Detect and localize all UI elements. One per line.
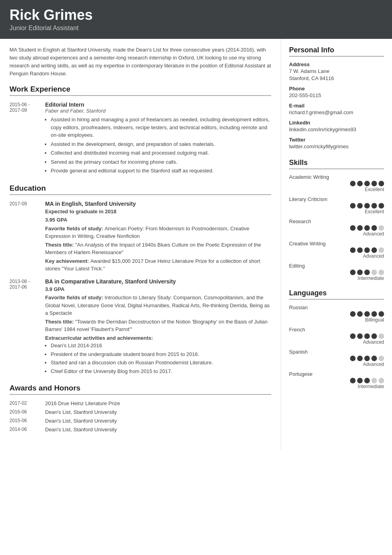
- awards-heading: Awards and Honors: [10, 384, 271, 395]
- languages-section: Languages RussianBillingualFrenchAdvance…: [289, 289, 384, 389]
- dots-container: [289, 225, 384, 231]
- work-experience-section: Work Experience 2015-06 - 2017-09Editori…: [10, 85, 271, 176]
- dot-filled: [364, 247, 370, 253]
- twitter-label: Twitter: [289, 137, 384, 143]
- phone-label: Phone: [289, 86, 384, 92]
- skill-item: FrenchAdvanced: [289, 327, 384, 345]
- skill-level: Intermediate: [289, 276, 384, 281]
- dot-filled: [364, 311, 370, 317]
- exp-content: Editorial InternFaber and Faber, Stanfor…: [45, 101, 271, 176]
- list-item: Served as the primary contact for incomi…: [51, 158, 271, 166]
- twitter-value: twitter.com/rickyfillygrimes: [289, 143, 384, 151]
- skill-item: ResearchAdvanced: [289, 218, 384, 237]
- dots-container: [289, 247, 384, 253]
- skill-item: SpanishAdvanced: [289, 349, 384, 367]
- dots-container: [289, 356, 384, 361]
- list-item: Assisted in hiring and managing a pool o…: [51, 116, 271, 139]
- award-row: 2016-06Dean's List, Stanford University: [10, 409, 271, 415]
- personal-info-section: Personal Info Address 7 W. Adams LaneSta…: [289, 46, 384, 151]
- languages-list: RussianBillingualFrenchAdvancedSpanishAd…: [289, 304, 384, 389]
- skill-name: Editing: [289, 263, 384, 269]
- skill-item: Creative WritingAdvanced: [289, 241, 384, 259]
- dot-filled: [364, 378, 370, 383]
- candidate-name: Rick Grimes: [10, 7, 382, 23]
- award-name: Dean's List, Stanford University: [45, 418, 117, 424]
- skill-level: Advanced: [289, 339, 384, 345]
- skill-level: Excellent: [289, 187, 384, 192]
- dot-filled: [350, 333, 356, 339]
- work-experience-heading: Work Experience: [10, 85, 271, 96]
- dot-filled: [357, 225, 363, 231]
- dot-empty: [379, 247, 384, 253]
- address-label: Address: [289, 61, 384, 67]
- skill-name: Russian: [289, 304, 384, 310]
- personal-info-heading: Personal Info: [289, 46, 384, 57]
- edu-detail: Key achievement: Awarded $15,000 2017 Dr…: [45, 257, 271, 273]
- award-date: 2016-06: [10, 409, 45, 415]
- skill-level: Excellent: [289, 209, 384, 214]
- dot-filled: [350, 378, 356, 383]
- skill-name: French: [289, 327, 384, 333]
- education-list: 2017-09MA in English, Stanford Universit…: [10, 201, 271, 376]
- skill-name: Research: [289, 218, 384, 224]
- right-column: Personal Info Address 7 W. Adams LaneSta…: [281, 39, 392, 450]
- dot-empty: [371, 270, 377, 275]
- linkedin-label: LinkedIn: [289, 120, 384, 126]
- dot-filled: [357, 378, 363, 383]
- dot-filled: [350, 203, 356, 209]
- dots-container: [289, 181, 384, 186]
- exp-title: Editorial Intern: [45, 101, 271, 108]
- award-name: Dean's List, Stanford University: [45, 427, 117, 433]
- dot-filled: [357, 270, 363, 275]
- dot-filled: [371, 181, 377, 186]
- dot-filled: [364, 181, 370, 186]
- skill-level: Advanced: [289, 231, 384, 237]
- award-name: Dean's List, Stanford University: [45, 409, 117, 415]
- dot-filled: [350, 311, 356, 317]
- dot-filled: [364, 270, 370, 275]
- email-value: richard.f.grimes@gmail.com: [289, 109, 384, 117]
- left-column: MA Student in English at Stanford Univer…: [0, 39, 281, 450]
- skill-item: RussianBillingual: [289, 304, 384, 323]
- dot-filled: [371, 225, 377, 231]
- dot-filled: [364, 225, 370, 231]
- edu-detail: Thesis title: "An Analysis of the Impact…: [45, 241, 271, 256]
- dot-filled: [350, 356, 356, 361]
- award-date: 2014-06: [10, 427, 45, 433]
- dot-filled: [371, 333, 377, 339]
- dot-filled: [350, 270, 356, 275]
- edu-content: BA in Comparative Litarature, Stanford U…: [45, 278, 271, 376]
- edu-dates: 2017-09: [10, 201, 45, 273]
- dot-filled: [379, 311, 384, 317]
- main-layout: MA Student in English at Stanford Univer…: [0, 39, 392, 450]
- dots-container: [289, 378, 384, 383]
- work-experience-list: 2015-06 - 2017-09Editorial InternFaber a…: [10, 101, 271, 176]
- dot-filled: [371, 247, 377, 253]
- list-item: President of the undergraduate student b…: [51, 350, 271, 358]
- list-item: Collected and distributed incoming mail …: [51, 149, 271, 157]
- edu-row: 2017-09MA in English, Stanford Universit…: [10, 201, 271, 273]
- skill-item: EditingIntermediate: [289, 263, 384, 281]
- list-item: Dean's List 2014-2016: [51, 342, 271, 350]
- dot-filled: [357, 333, 363, 339]
- skill-level: Advanced: [289, 362, 384, 367]
- education-heading: Education: [10, 184, 271, 195]
- dot-empty: [379, 356, 384, 361]
- dot-filled: [379, 203, 384, 209]
- list-item: Provide general and editorial support to…: [51, 167, 271, 175]
- award-row: 2014-06Dean's List, Stanford University: [10, 427, 271, 433]
- dot-filled: [357, 356, 363, 361]
- dot-filled: [371, 356, 377, 361]
- dot-filled: [357, 247, 363, 253]
- award-date: 2017-02: [10, 400, 45, 406]
- award-row: 2017-022016 Drue Heinz Literature Prize: [10, 400, 271, 406]
- dot-filled: [350, 225, 356, 231]
- edu-detail: 3.9 GPA: [45, 285, 271, 293]
- dot-filled: [379, 181, 384, 186]
- edu-bullets: Dean's List 2014-2016President of the un…: [51, 342, 271, 375]
- edu-row: 2013-08 - 2017-06BA in Comparative Litar…: [10, 278, 271, 376]
- edu-detail: 3.95 GPA: [45, 216, 271, 224]
- work-exp-row: 2015-06 - 2017-09Editorial InternFaber a…: [10, 101, 271, 176]
- edu-detail: Expected to graduate in 2018: [45, 208, 271, 216]
- skill-level: Intermediate: [289, 384, 384, 389]
